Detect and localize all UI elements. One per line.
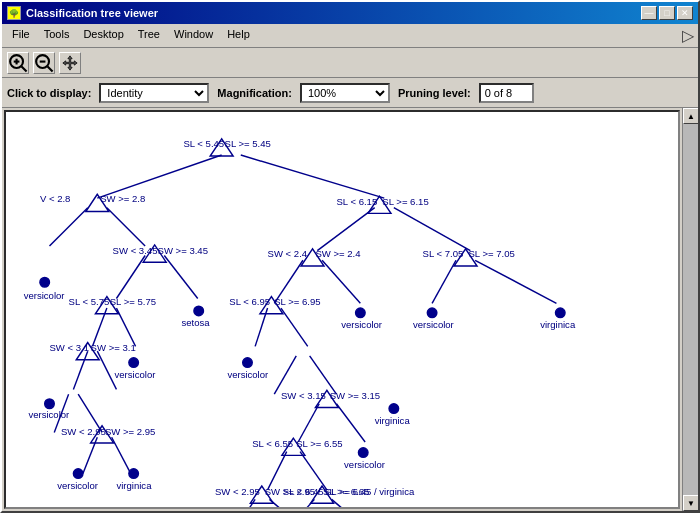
svg-text:setosa: setosa bbox=[181, 317, 210, 328]
svg-line-22 bbox=[394, 208, 471, 251]
magnification-label: Magnification: bbox=[217, 87, 292, 99]
svg-text:SL < 6.95: SL < 6.95 bbox=[229, 296, 270, 307]
svg-line-29 bbox=[298, 404, 319, 442]
svg-line-31 bbox=[268, 452, 287, 490]
svg-line-12 bbox=[164, 255, 197, 298]
scroll-down-button[interactable]: ▼ bbox=[683, 495, 698, 511]
tree-canvas[interactable]: SL < 5.45 SL >= 5.45 V < 2.8 SW >= 2.8 v… bbox=[4, 110, 680, 509]
svg-line-27 bbox=[274, 356, 296, 394]
controls-bar: Click to display: Identity Magnification… bbox=[2, 78, 698, 108]
svg-line-32 bbox=[300, 452, 327, 490]
svg-text:SL >= 7.05: SL >= 7.05 bbox=[468, 248, 514, 259]
svg-line-5 bbox=[48, 66, 53, 71]
svg-text:SW < 3.45: SW < 3.45 bbox=[113, 245, 158, 256]
svg-text:SL < 6.15: SL < 6.15 bbox=[336, 196, 377, 207]
svg-text:versicolor: versicolor bbox=[227, 369, 269, 380]
svg-text:versicolor: versicolor bbox=[28, 409, 70, 420]
vertical-scrollbar[interactable]: ▲ ▼ bbox=[682, 108, 698, 511]
svg-point-49 bbox=[40, 277, 50, 287]
svg-text:SL < 7.05: SL < 7.05 bbox=[423, 248, 464, 259]
svg-text:SL >= 6.45 / virginica: SL >= 6.45 / virginica bbox=[325, 486, 415, 497]
svg-text:SW >= 2.95: SW >= 2.95 bbox=[105, 426, 155, 437]
close-button[interactable]: ✕ bbox=[677, 6, 693, 20]
menu-window[interactable]: Window bbox=[168, 26, 219, 45]
svg-point-54 bbox=[194, 306, 204, 316]
svg-line-20 bbox=[112, 437, 131, 473]
svg-line-11 bbox=[116, 255, 145, 298]
svg-line-10 bbox=[107, 208, 145, 246]
svg-text:versicolor: versicolor bbox=[115, 369, 157, 380]
svg-point-111 bbox=[555, 308, 565, 318]
svg-line-35 bbox=[289, 499, 315, 509]
svg-line-7 bbox=[97, 155, 221, 198]
svg-text:virginica: virginica bbox=[540, 319, 576, 330]
main-window: 🌳 Classification tree viewer — □ ✕ File … bbox=[0, 0, 700, 513]
svg-line-8 bbox=[241, 155, 384, 198]
svg-text:virginica: virginica bbox=[116, 480, 152, 491]
svg-text:SW < 2.4: SW < 2.4 bbox=[268, 248, 308, 259]
menu-bar: File Tools Desktop Tree Window Help ▷ bbox=[2, 24, 698, 48]
menu-help[interactable]: Help bbox=[221, 26, 256, 45]
pruning-value: 0 of 8 bbox=[479, 83, 534, 103]
svg-point-59 bbox=[129, 358, 139, 368]
zoom-in-button[interactable] bbox=[7, 52, 29, 74]
svg-point-84 bbox=[243, 358, 253, 368]
svg-line-28 bbox=[310, 356, 337, 394]
svg-text:SW >= 3.1: SW >= 3.1 bbox=[91, 342, 136, 353]
svg-text:SW >= 3.45: SW >= 3.45 bbox=[158, 245, 208, 256]
svg-line-9 bbox=[49, 208, 87, 246]
main-area: SL < 5.45 SL >= 5.45 V < 2.8 SW >= 2.8 v… bbox=[2, 108, 698, 511]
svg-text:SL >= 6.55: SL >= 6.55 bbox=[296, 438, 342, 449]
title-buttons: — □ ✕ bbox=[641, 6, 693, 20]
click-display-label: Click to display: bbox=[7, 87, 91, 99]
svg-point-89 bbox=[358, 448, 368, 458]
svg-line-42 bbox=[475, 260, 556, 303]
minimize-button[interactable]: — bbox=[641, 6, 657, 20]
svg-text:SW >= 3.15: SW >= 3.15 bbox=[330, 390, 380, 401]
svg-text:versicolor: versicolor bbox=[57, 480, 99, 491]
toolbar bbox=[2, 48, 698, 78]
click-display-select[interactable]: Identity bbox=[99, 83, 209, 103]
svg-line-1 bbox=[22, 66, 27, 71]
svg-text:SW < 2.95: SW < 2.95 bbox=[215, 486, 260, 497]
svg-point-113 bbox=[427, 308, 437, 318]
svg-point-64 bbox=[45, 399, 55, 409]
pruning-label: Pruning level: bbox=[398, 87, 471, 99]
tree-svg: SL < 5.45 SL >= 5.45 V < 2.8 SW >= 2.8 v… bbox=[6, 112, 680, 509]
title-left: 🌳 Classification tree viewer bbox=[7, 6, 158, 20]
magnification-select[interactable]: 100% bbox=[300, 83, 390, 103]
maximize-button[interactable]: □ bbox=[659, 6, 675, 20]
svg-text:SW >= 2.4: SW >= 2.4 bbox=[315, 248, 361, 259]
svg-line-30 bbox=[336, 404, 365, 442]
menu-desktop[interactable]: Desktop bbox=[77, 26, 129, 45]
zoom-out-button[interactable] bbox=[33, 52, 55, 74]
svg-text:versicolor: versicolor bbox=[344, 459, 386, 470]
expand-icon[interactable]: ▷ bbox=[682, 26, 694, 45]
pan-button[interactable] bbox=[59, 52, 81, 74]
title-bar: 🌳 Classification tree viewer — □ ✕ bbox=[2, 2, 698, 24]
scroll-up-button[interactable]: ▲ bbox=[683, 108, 698, 124]
svg-text:SL < 6.55: SL < 6.55 bbox=[252, 438, 293, 449]
svg-line-34 bbox=[269, 499, 302, 509]
svg-text:SW < 3.1: SW < 3.1 bbox=[49, 342, 89, 353]
scroll-track[interactable] bbox=[683, 124, 698, 495]
svg-point-94 bbox=[389, 404, 399, 414]
svg-text:versicolor: versicolor bbox=[341, 319, 383, 330]
svg-line-24 bbox=[322, 260, 360, 303]
menu-tree[interactable]: Tree bbox=[132, 26, 166, 45]
svg-line-21 bbox=[317, 208, 374, 251]
svg-text:SW < 3.15: SW < 3.15 bbox=[281, 390, 326, 401]
svg-text:SW >= 2.8: SW >= 2.8 bbox=[100, 193, 145, 204]
svg-text:versicolor: versicolor bbox=[413, 319, 455, 330]
svg-line-26 bbox=[281, 308, 308, 346]
svg-text:V < 2.8: V < 2.8 bbox=[40, 193, 71, 204]
svg-text:SL < 5.45: SL < 5.45 bbox=[183, 138, 224, 149]
svg-text:SL < 6.45: SL < 6.45 bbox=[283, 486, 324, 497]
svg-point-79 bbox=[356, 308, 366, 318]
svg-text:SL >= 5.45: SL >= 5.45 bbox=[225, 138, 271, 149]
svg-text:SL >= 6.95: SL >= 6.95 bbox=[274, 296, 320, 307]
svg-line-14 bbox=[116, 308, 135, 346]
svg-point-69 bbox=[73, 469, 83, 479]
svg-point-71 bbox=[129, 469, 139, 479]
svg-text:SW < 2.95: SW < 2.95 bbox=[61, 426, 106, 437]
